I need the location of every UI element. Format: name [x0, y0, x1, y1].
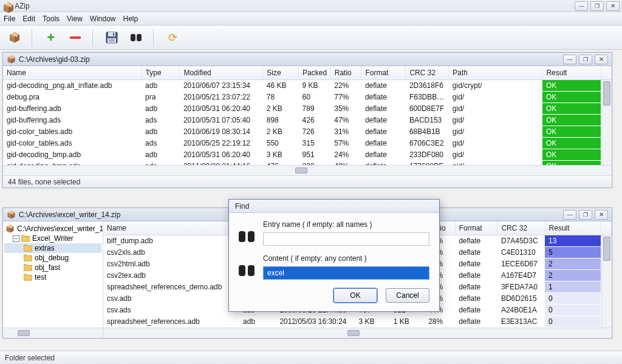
- box-icon: 📦: [9, 32, 21, 43]
- tree-child[interactable]: obj_debug: [4, 253, 101, 263]
- cell-crc: 2D3618F6: [406, 80, 449, 92]
- tree-root[interactable]: 📦C:\Archives\excel_writer_1...: [4, 224, 101, 234]
- table-row[interactable]: gid-decoding_png.alt_inflate.adbadb2010/…: [3, 80, 612, 92]
- w1-table: Name Type Modified Size Packed Ratio For…: [3, 66, 612, 172]
- cell-size: 898: [263, 115, 299, 126]
- table-row[interactable]: gid-decoding_bmp.adbadb2010/05/31 06:20:…: [3, 149, 612, 161]
- table-row[interactable]: gid-buffering.adsads2010/05/31 07:05:408…: [3, 115, 612, 126]
- w2-tree: 📦C:\Archives\excel_writer_1... −Excel_Wr…: [3, 221, 103, 338]
- col-crc[interactable]: CRC 32: [497, 221, 545, 235]
- tree-child[interactable]: test: [4, 272, 101, 282]
- divider: [153, 29, 156, 46]
- w1-maximize[interactable]: ❐: [579, 55, 592, 64]
- col-ratio[interactable]: Ratio: [330, 66, 361, 80]
- w1-minimize[interactable]: —: [563, 55, 576, 64]
- tree-child[interactable]: obj_fast: [4, 263, 101, 272]
- table-row[interactable]: spreadsheet_references.adbadb2012/05/03 …: [103, 316, 612, 328]
- scrollbar-thumb[interactable]: [295, 167, 307, 174]
- find-dialog: Find Entry name ( if empty: all names ) …: [228, 199, 440, 312]
- add-button[interactable]: +: [43, 29, 60, 46]
- col-result[interactable]: Result: [542, 66, 601, 80]
- tree-folder[interactable]: −Excel_Writer: [4, 234, 101, 243]
- w2-vscroll[interactable]: [601, 235, 612, 328]
- cell-result: 0: [545, 293, 601, 305]
- w2-minimize[interactable]: —: [563, 210, 576, 220]
- statusbar: Folder selected: [0, 351, 622, 364]
- w1-hscroll[interactable]: [3, 165, 612, 175]
- open-button[interactable]: 📦: [6, 29, 23, 46]
- ok-button[interactable]: OK: [333, 288, 377, 303]
- cell-name: spreadsheet_references.adb: [103, 316, 239, 328]
- tree-child[interactable]: extras: [4, 243, 101, 253]
- col-path[interactable]: Path: [449, 66, 542, 80]
- extract-button[interactable]: [103, 29, 120, 46]
- refresh-button[interactable]: ⟳: [164, 29, 181, 46]
- window1-titlebar[interactable]: 📦 C:\Archives\gid-03.zip — ❐ ✕: [3, 53, 612, 66]
- cell-type: adb: [142, 126, 180, 138]
- cell-name: gid-color_tables.ads: [3, 138, 142, 149]
- scrollbar-thumb[interactable]: [603, 81, 610, 106]
- folder-icon: [24, 244, 32, 252]
- cell-format: deflate: [455, 258, 497, 270]
- minus-icon: [70, 36, 81, 39]
- cell-path: gid/: [449, 126, 542, 138]
- table-row[interactable]: gid-color_tables.adsads2010/05/25 22:19:…: [3, 138, 612, 149]
- entry-name-input[interactable]: [263, 232, 429, 246]
- w2-close[interactable]: ✕: [595, 210, 608, 220]
- table-row[interactable]: gid-color_tables.adbadb2010/06/19 08:30:…: [3, 126, 612, 138]
- maximize-button[interactable]: ❐: [590, 1, 604, 11]
- menu-edit[interactable]: Edit: [22, 15, 35, 23]
- cell-crc: 6706C3E2: [406, 138, 449, 149]
- col-name[interactable]: Name: [103, 221, 239, 235]
- table-row[interactable]: debug.prapra2010/05/21 23:07:22786077%de…: [3, 92, 612, 103]
- binoculars-icon: [239, 231, 255, 242]
- close-button[interactable]: ✕: [606, 1, 620, 11]
- w2-hscroll[interactable]: [103, 328, 612, 338]
- cell-type: adb: [142, 80, 180, 92]
- dialog-title[interactable]: Find: [229, 200, 439, 213]
- cell-ratio: 47%: [330, 115, 361, 126]
- cell-format: deflate: [361, 103, 406, 115]
- minimize-button[interactable]: —: [575, 1, 588, 11]
- cell-crc: 233DF080: [406, 149, 449, 161]
- col-crc[interactable]: CRC 32: [406, 66, 449, 80]
- content-input[interactable]: [263, 266, 429, 280]
- cell-type: ads: [142, 138, 180, 149]
- col-format[interactable]: Format: [455, 221, 497, 235]
- w1-table-wrap: Name Type Modified Size Packed Ratio For…: [3, 66, 612, 175]
- remove-button[interactable]: [67, 29, 84, 46]
- col-result[interactable]: Result: [545, 221, 601, 235]
- cell-crc: A167E4D7: [497, 270, 545, 281]
- cell-format: deflate: [361, 115, 406, 126]
- cell-name: gid-decoding_bmp.adb: [3, 149, 142, 161]
- collapse-icon[interactable]: −: [13, 235, 19, 242]
- scrollbar-thumb[interactable]: [18, 330, 30, 336]
- w2-maximize[interactable]: ❐: [579, 210, 592, 220]
- cancel-button[interactable]: Cancel: [386, 288, 429, 303]
- col-format[interactable]: Format: [361, 66, 406, 80]
- plus-icon: +: [47, 30, 55, 46]
- menu-view[interactable]: View: [67, 15, 83, 23]
- col-name[interactable]: Name: [3, 66, 142, 80]
- w1-close[interactable]: ✕: [595, 55, 608, 64]
- cell-size: 550: [263, 138, 299, 149]
- menu-window[interactable]: Window: [90, 15, 116, 23]
- archive-icon: 📦: [7, 55, 15, 64]
- col-type[interactable]: Type: [142, 66, 180, 80]
- scrollbar-thumb[interactable]: [347, 330, 360, 336]
- col-packed[interactable]: Packed: [299, 66, 331, 80]
- archive-icon: 📦: [5, 224, 15, 233]
- w1-vscroll[interactable]: [601, 80, 612, 165]
- find-button[interactable]: [128, 29, 145, 46]
- scrollbar-thumb[interactable]: [603, 237, 610, 261]
- cell-format: deflate: [455, 305, 497, 316]
- table-row[interactable]: gid-buffering.adbadb2010/05/31 06:20:402…: [3, 103, 612, 115]
- w2-tree-hscroll[interactable]: [3, 328, 103, 338]
- col-size[interactable]: Size: [263, 66, 299, 80]
- cell-ratio: 57%: [330, 138, 361, 149]
- cell-name: gid-buffering.adb: [3, 103, 142, 115]
- menu-file[interactable]: File: [4, 15, 15, 23]
- menu-help[interactable]: Help: [123, 15, 138, 23]
- menu-tools[interactable]: Tools: [43, 15, 60, 23]
- col-modified[interactable]: Modified: [180, 66, 263, 80]
